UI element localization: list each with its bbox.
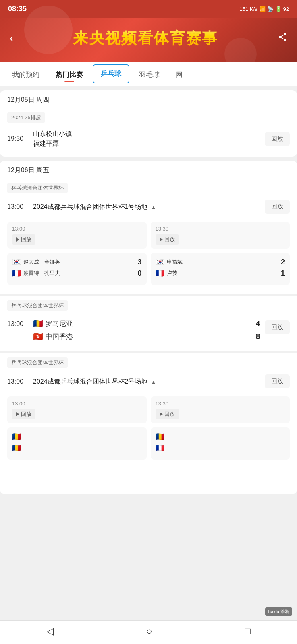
date-header-1: 12月05日 周四 bbox=[0, 90, 297, 108]
match-time-2: 13:00 bbox=[7, 203, 28, 211]
flag-romania: 🇷🇴 bbox=[33, 319, 43, 328]
match-time-1: 19:30 bbox=[7, 135, 28, 142]
team-row-1-2: 🇫🇷 波雷特｜扎里夫 0 bbox=[12, 269, 142, 278]
team-2-2-info: 🇫🇷 卢茨 bbox=[156, 269, 177, 278]
score-1-1: 3 bbox=[137, 258, 141, 266]
tab-badminton[interactable]: 羽毛球 bbox=[131, 63, 168, 85]
romania-name: 罗马尼亚 bbox=[46, 319, 73, 328]
partial-team-row-4: 🇫🇷 bbox=[156, 444, 285, 452]
wifi-icon: 📶 bbox=[259, 6, 266, 12]
header-banner: ‹ 来央视频看体育赛事 bbox=[0, 18, 297, 62]
match-block-4: 乒乓球混合团体世界杯 13:00 2024成都乒乓球混合团体世界杯2号场地 ▲ … bbox=[0, 353, 297, 461]
hk-name: 中国香港 bbox=[46, 332, 73, 341]
back-button[interactable]: ‹ bbox=[10, 32, 13, 45]
tab-reservation[interactable]: 我的预约 bbox=[4, 63, 48, 85]
bottom-nav: ◁ ○ □ bbox=[0, 620, 297, 644]
match-row-2: 13:00 2024成都乒乓球混合团体世界杯1号场地 ▲ 回放 bbox=[0, 200, 297, 218]
match-time-3: 13:00 bbox=[7, 317, 28, 328]
match-time-4: 13:00 bbox=[7, 378, 28, 385]
league-tag-1: 2024-25排超 bbox=[7, 112, 45, 123]
sub-match-3: 13:00 回放 bbox=[7, 396, 147, 423]
score-2-1: 2 bbox=[281, 258, 285, 266]
score-card-4: 🇷🇴 🇫🇷 bbox=[151, 427, 290, 460]
date-section-1: 12月05日 周四 2024-25排超 19:30 山东松山小镇 福建平潭 回放 bbox=[0, 90, 297, 157]
team-1-2-info: 🇫🇷 波雷特｜扎里夫 bbox=[12, 269, 60, 278]
nav-home-btn[interactable]: ○ bbox=[146, 625, 152, 637]
score-card-3: 🇷🇴 🇷🇴 bbox=[7, 427, 147, 460]
flag-france-2: 🇫🇷 bbox=[156, 269, 164, 278]
sub-replay-btn-2[interactable]: 回放 bbox=[156, 234, 179, 245]
nav-recent-btn[interactable]: □ bbox=[245, 625, 251, 637]
flag-france-3: 🇫🇷 bbox=[156, 444, 164, 452]
watermark: Baidu 涂鸦 bbox=[265, 607, 292, 616]
match-info-3: 🇷🇴 罗马尼亚 4 🇭🇰 中国香港 8 bbox=[33, 317, 260, 343]
signal-icon: 📡 bbox=[267, 6, 274, 12]
sub-time-3: 13:00 bbox=[12, 400, 142, 407]
sub-replay-btn-1[interactable]: 回放 bbox=[12, 234, 35, 245]
match-title-2: 2024成都乒乓球混合团体世界杯1号场地 ▲ bbox=[33, 202, 260, 212]
sub-replay-btn-3[interactable]: 回放 bbox=[12, 409, 35, 419]
sub-match-2: 13:30 回放 bbox=[151, 222, 290, 249]
team-2-2-name: 卢茨 bbox=[167, 270, 177, 277]
league-tag-4: 乒乓球混合团体世界杯 bbox=[7, 357, 68, 368]
flag-romania-2: 🇷🇴 bbox=[12, 432, 21, 441]
flag-korea-2: 🇰🇷 bbox=[156, 258, 164, 266]
partial-team-3: 🇷🇴 bbox=[156, 432, 167, 441]
match-row-3: 13:00 🇷🇴 罗马尼亚 4 🇭🇰 中国香港 8 回放 bbox=[0, 317, 297, 349]
sub-match-4: 13:30 回放 bbox=[151, 396, 290, 423]
status-icons: 151 K/s 📶 📡 🔋 92 bbox=[239, 6, 289, 12]
match-info-1: 山东松山小镇 福建平潭 bbox=[33, 129, 260, 149]
score-2-2: 1 bbox=[281, 269, 285, 278]
tab-tennis[interactable]: 网 bbox=[168, 63, 191, 85]
sub-time-4: 13:30 bbox=[156, 400, 285, 407]
play-icon-1 bbox=[16, 237, 19, 242]
sub-time-1: 13:00 bbox=[12, 226, 142, 232]
nav-back-btn[interactable]: ◁ bbox=[46, 625, 54, 637]
sub-matches-row-1: 13:00 回放 13:30 回放 bbox=[7, 222, 290, 249]
partial-team-1: 🇷🇴 bbox=[12, 432, 23, 441]
match-row-1: 19:30 山东松山小镇 福建平潭 回放 bbox=[0, 129, 297, 154]
match-info-4: 2024成都乒乓球混合团体世界杯2号场地 ▲ bbox=[33, 377, 260, 386]
partial-team-4: 🇫🇷 bbox=[156, 444, 164, 452]
score-cards-row-1: 🇰🇷 赵大成｜金娜英 3 🇫🇷 波雷特｜扎里夫 0 � bbox=[7, 253, 290, 285]
team-1-2-name: 波雷特｜扎里夫 bbox=[23, 270, 60, 277]
expand-icon-2[interactable]: ▲ bbox=[151, 379, 156, 385]
sub-replay-btn-4[interactable]: 回放 bbox=[156, 409, 179, 419]
team-1-1-name: 赵大成｜金娜英 bbox=[23, 258, 60, 266]
vs-team-row-2: 🇭🇰 中国香港 8 bbox=[33, 330, 260, 343]
match-block-3: 乒乓球混合团体世界杯 13:00 🇷🇴 罗马尼亚 4 🇭🇰 中国香港 bbox=[0, 296, 297, 350]
score-cards-row-2: 🇷🇴 🇷🇴 🇷🇴 bbox=[7, 427, 290, 460]
team-2-1-info: 🇰🇷 申裕斌 bbox=[156, 258, 183, 266]
replay-btn-4[interactable]: 回放 bbox=[265, 374, 290, 388]
team-2-1-name: 申裕斌 bbox=[167, 258, 183, 266]
tab-hot[interactable]: 热门比赛 bbox=[48, 63, 91, 85]
league-tag-3: 乒乓球混合团体世界杯 bbox=[7, 300, 68, 311]
score-card-2: 🇰🇷 申裕斌 2 🇫🇷 卢茨 1 bbox=[151, 253, 290, 285]
battery-icon: 🔋 bbox=[275, 6, 282, 12]
match-row-4: 13:00 2024成都乒乓球混合团体世界杯2号场地 ▲ 回放 bbox=[0, 374, 297, 392]
hk-team: 🇭🇰 中国香港 bbox=[33, 332, 73, 341]
partial-team-row-3: 🇷🇴 bbox=[156, 432, 285, 441]
match-info-2: 2024成都乒乓球混合团体世界杯1号场地 ▲ bbox=[33, 202, 260, 212]
flag-romania-4: 🇷🇴 bbox=[156, 432, 164, 441]
league-tag-2: 乒乓球混合团体世界杯 bbox=[7, 183, 68, 193]
signal-text: 151 K/s bbox=[239, 6, 257, 12]
tab-pingpong[interactable]: 乒乓球 bbox=[93, 64, 129, 83]
replay-btn-2[interactable]: 回放 bbox=[265, 200, 290, 214]
match-title-4: 2024成都乒乓球混合团体世界杯2号场地 ▲ bbox=[33, 377, 260, 386]
flag-hk: 🇭🇰 bbox=[33, 332, 43, 341]
sub-time-2: 13:30 bbox=[156, 226, 285, 232]
share-button[interactable] bbox=[278, 32, 287, 44]
replay-btn-3[interactable]: 回放 bbox=[265, 320, 290, 334]
date-section-2: 12月06日 周五 乒乓球混合团体世界杯 13:00 2024成都乒乓球混合团体… bbox=[0, 161, 297, 494]
expand-icon-1[interactable]: ▲ bbox=[151, 204, 156, 210]
status-time: 08:35 bbox=[8, 5, 27, 13]
partial-team-row-1: 🇷🇴 bbox=[12, 432, 142, 441]
match-block-1: 2024-25排超 19:30 山东松山小镇 福建平潭 回放 bbox=[0, 108, 297, 156]
tabs-container: 我的预约 热门比赛 乒乓球 羽毛球 网 bbox=[0, 62, 297, 86]
romania-team: 🇷🇴 罗马尼亚 bbox=[33, 319, 73, 328]
hk-score: 8 bbox=[252, 332, 260, 341]
replay-btn-1[interactable]: 回放 bbox=[265, 132, 290, 146]
play-icon-4 bbox=[160, 412, 163, 416]
score-card-1: 🇰🇷 赵大成｜金娜英 3 🇫🇷 波雷特｜扎里夫 0 bbox=[7, 253, 147, 285]
